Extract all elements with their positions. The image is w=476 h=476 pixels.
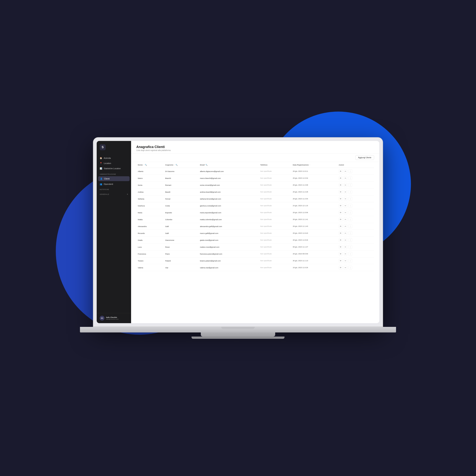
- cell-nome: Tiziano: [136, 257, 164, 264]
- cell-telefono: Non specificato: [259, 202, 291, 209]
- edit-button[interactable]: ✏: [344, 224, 347, 228]
- table-row: Alessandra Galli alessandra.galli@gmail.…: [136, 223, 374, 230]
- home-icon: 🏠: [100, 157, 102, 159]
- edit-button[interactable]: ✏: [344, 190, 347, 194]
- view-button[interactable]: 👁: [339, 197, 342, 201]
- location-icon: 📍: [100, 162, 102, 165]
- more-button[interactable]: ⋮: [348, 190, 352, 194]
- cell-nome: Francesca: [136, 251, 164, 257]
- cell-telefono: Non specificato: [259, 175, 291, 182]
- stats-icon: 📊: [100, 167, 102, 170]
- sidebar-item-dipendenti[interactable]: 👥 Dipendenti: [97, 182, 131, 187]
- more-button[interactable]: ⋮: [348, 245, 352, 249]
- cell-data: 28 giu. 2023 11:0:34: [291, 175, 337, 182]
- more-button[interactable]: ⋮: [348, 170, 352, 173]
- cell-email: marco.galli@gmail.com: [198, 230, 259, 237]
- cognome-search-icon[interactable]: 🔍: [175, 164, 178, 166]
- edit-button[interactable]: ✏: [344, 259, 347, 263]
- view-button[interactable]: 👁: [339, 170, 342, 173]
- cell-azioni: 👁 ✏ ⋮: [337, 175, 374, 182]
- sidebar-item-azienda[interactable]: 🏠 Azienda: [97, 155, 131, 161]
- edit-button[interactable]: ✏: [344, 238, 347, 242]
- th-data-registrazione: Data Registrazione ↕: [291, 162, 337, 168]
- view-button[interactable]: 👁: [339, 252, 342, 256]
- cell-cognome: Galli: [164, 230, 198, 237]
- view-button[interactable]: 👁: [339, 231, 342, 235]
- cognome-sort-icon[interactable]: ↕: [174, 164, 175, 166]
- view-button[interactable]: 👁: [339, 176, 342, 180]
- sidebar-footer: SC Safe Checkin safe@checkin.com: [97, 313, 131, 323]
- view-button[interactable]: 👁: [339, 245, 342, 249]
- edit-button[interactable]: ✏: [344, 266, 347, 270]
- cell-telefono: Non specificato: [259, 182, 291, 188]
- cell-data: 28 giu. 2023 11:6:43: [291, 230, 337, 237]
- table-row: Riccardo Galli marco.galli@gmail.com Non…: [136, 230, 374, 237]
- cell-azioni: 👁 ✏ ⋮: [337, 168, 374, 175]
- cell-email: alessandra.galli@gmail.com: [198, 223, 259, 230]
- sidebar-item-statistiche-location[interactable]: 📊 Statistiche Location: [97, 166, 131, 171]
- cell-azioni: 👁 ✏ ⋮: [337, 195, 374, 202]
- cell-telefono: Non specificato: [259, 188, 291, 195]
- cell-cognome: Rossi: [164, 244, 198, 251]
- cell-azioni: 👁 ✏ ⋮: [337, 264, 374, 271]
- laptop-screen: S 🏠 Azienda 📍 Location 📊 Statistiche Loc…: [93, 137, 383, 327]
- view-button[interactable]: 👁: [339, 218, 342, 221]
- edit-button[interactable]: ✏: [344, 170, 347, 173]
- view-button[interactable]: 👁: [339, 190, 342, 194]
- cell-data: 28 giu. 2023 11:2:08: [291, 182, 337, 188]
- edit-button[interactable]: ✏: [344, 183, 347, 187]
- edit-button[interactable]: ✏: [344, 197, 347, 201]
- more-button[interactable]: ⋮: [348, 238, 352, 242]
- table-row: Sonia Romani sonia.romani@gmail.com Non …: [136, 182, 374, 188]
- edit-button[interactable]: ✏: [344, 218, 347, 221]
- view-button[interactable]: 👁: [339, 259, 342, 263]
- cell-email: gianluca.costa@gmail.com: [198, 202, 259, 209]
- sidebar-section-general: [97, 153, 131, 155]
- more-button[interactable]: ⋮: [348, 183, 352, 187]
- table-row: Maria Esposito maria.esposito@gmail.com …: [136, 209, 374, 216]
- view-button[interactable]: 👁: [339, 183, 342, 187]
- cell-azioni: 👁 ✏ ⋮: [337, 257, 374, 264]
- sidebar-generale-section: Generale +: [97, 191, 131, 196]
- more-button[interactable]: ⋮: [348, 266, 352, 270]
- more-button[interactable]: ⋮: [348, 218, 352, 221]
- sidebar-item-location[interactable]: 📍 Location: [97, 161, 131, 166]
- edit-button[interactable]: ✏: [344, 245, 347, 249]
- more-button[interactable]: ⋮: [348, 211, 352, 214]
- data-sort-icon[interactable]: ↕: [309, 164, 310, 166]
- logo-icon: S: [100, 144, 106, 150]
- cell-azioni: 👁 ✏ ⋮: [337, 230, 374, 237]
- edit-button[interactable]: ✏: [344, 176, 347, 180]
- view-button[interactable]: 👁: [339, 238, 342, 242]
- more-button[interactable]: ⋮: [348, 204, 352, 207]
- more-button[interactable]: ⋮: [348, 224, 352, 228]
- edit-button[interactable]: ✏: [344, 252, 347, 256]
- sidebar-logo: S: [97, 141, 131, 153]
- more-button[interactable]: ⋮: [348, 197, 352, 201]
- nome-search-icon[interactable]: 🔍: [145, 164, 147, 166]
- sidebar-item-clienti[interactable]: 👤 Clienti: [98, 176, 130, 181]
- cell-email: alberto.digiacomo@gmail.com: [198, 168, 259, 175]
- cell-email: marco.bianchi@gmail.com: [198, 175, 259, 182]
- add-user-button[interactable]: Aggiungi Utente: [355, 155, 374, 160]
- toolbar: Aggiungi Utente: [131, 153, 379, 162]
- generale-plus-button[interactable]: +: [127, 193, 128, 196]
- more-button[interactable]: ⋮: [348, 231, 352, 235]
- email-search-icon[interactable]: 🔍: [205, 164, 207, 166]
- edit-button[interactable]: ✏: [344, 204, 347, 207]
- cell-data: 28 giu. 2023 11:2:28: [291, 188, 337, 195]
- laptop-base: [80, 327, 396, 332]
- cell-nome: Alberto: [136, 168, 164, 175]
- nome-sort-icon[interactable]: ↕: [143, 164, 144, 166]
- more-button[interactable]: ⋮: [348, 176, 352, 180]
- more-button[interactable]: ⋮: [348, 259, 352, 263]
- view-button[interactable]: 👁: [339, 204, 342, 207]
- view-button[interactable]: 👁: [339, 224, 342, 228]
- cell-cognome: Galli: [164, 223, 198, 230]
- edit-button[interactable]: ✏: [344, 211, 347, 214]
- more-button[interactable]: ⋮: [348, 252, 352, 256]
- edit-button[interactable]: ✏: [344, 231, 347, 235]
- view-button[interactable]: 👁: [339, 266, 342, 270]
- cell-nome: Riccardo: [136, 230, 164, 237]
- view-button[interactable]: 👁: [339, 211, 342, 214]
